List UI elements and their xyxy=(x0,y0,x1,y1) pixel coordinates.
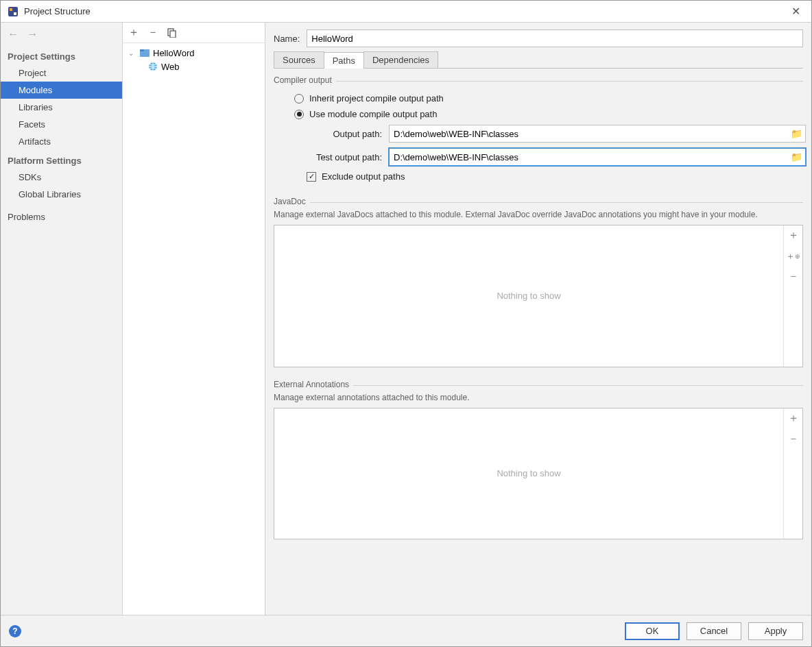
section-platform-settings: Platform Settings xyxy=(1,150,122,169)
annotations-desc: Manage external annotations attached to … xyxy=(274,391,803,406)
test-output-path-row: Test output path: 📁 xyxy=(274,145,803,169)
ok-button[interactable]: OK xyxy=(625,622,680,640)
svg-rect-2 xyxy=(14,12,16,15)
tab-paths[interactable]: Paths xyxy=(324,52,364,69)
javadoc-group: JavaDoc Manage external JavaDocs attache… xyxy=(274,199,803,367)
section-project-settings: Project Settings xyxy=(1,46,122,64)
tree-node-root[interactable]: ⌄ HelloWord xyxy=(123,46,265,60)
annotations-listbox: Nothing to show ＋ － xyxy=(274,408,803,539)
compiler-output-group: Compiler output Inherit project compile … xyxy=(274,78,803,184)
exclude-output-label: Exclude output paths xyxy=(322,171,405,182)
name-label: Name: xyxy=(274,34,300,44)
nav-arrows: ← → xyxy=(1,23,122,46)
tree-toolbar: ＋ － xyxy=(123,23,265,43)
checkbox-icon: ✓ xyxy=(307,172,316,182)
compiler-output-legend: Compiler output xyxy=(274,75,336,85)
annotations-side-buttons: ＋ － xyxy=(783,408,802,539)
svg-rect-6 xyxy=(140,49,144,51)
remove-icon[interactable]: － xyxy=(784,429,802,450)
radio-icon xyxy=(294,94,304,103)
sidebar-item-facets[interactable]: Facets xyxy=(1,116,122,133)
sidebar-item-project[interactable]: Project xyxy=(1,64,122,82)
tabs: Sources Paths Dependencies xyxy=(274,51,803,69)
test-output-path-input[interactable] xyxy=(389,148,806,166)
javadoc-desc: Manage external JavaDocs attached to thi… xyxy=(274,208,803,223)
sidebar-item-libraries[interactable]: Libraries xyxy=(1,99,122,116)
tab-sources[interactable]: Sources xyxy=(274,51,324,68)
sidebar-item-artifacts[interactable]: Artifacts xyxy=(1,133,122,150)
sidebar: ← → Project Settings Project Modules Lib… xyxy=(1,23,123,615)
titlebar: Project Structure ✕ xyxy=(1,1,811,23)
cancel-button[interactable]: Cancel xyxy=(686,622,741,640)
sidebar-item-modules[interactable]: Modules xyxy=(1,82,122,99)
annotations-empty: Nothing to show xyxy=(274,408,783,539)
tree-node-web[interactable]: Web xyxy=(123,60,265,73)
window-title: Project Structure xyxy=(24,6,787,16)
javadoc-empty: Nothing to show xyxy=(274,225,783,367)
annotations-legend: External Annotations xyxy=(274,380,353,389)
svg-rect-1 xyxy=(10,8,12,11)
remove-icon[interactable]: － xyxy=(147,25,158,40)
back-icon[interactable]: ← xyxy=(8,28,19,40)
svg-rect-4 xyxy=(170,31,176,38)
module-icon xyxy=(139,47,150,58)
editor-panel: Name: Sources Paths Dependencies Compile… xyxy=(265,23,811,615)
radio-icon-selected xyxy=(294,110,304,119)
tab-dependencies[interactable]: Dependencies xyxy=(363,51,438,68)
test-output-path-label: Test output path: xyxy=(294,152,382,162)
copy-icon[interactable] xyxy=(167,28,176,38)
help-icon[interactable]: ? xyxy=(9,625,21,637)
name-input[interactable] xyxy=(307,29,803,47)
module-tree: ⌄ HelloWord Web xyxy=(123,43,265,76)
app-icon xyxy=(8,6,19,17)
sidebar-item-global-libraries[interactable]: Global Libraries xyxy=(1,186,122,203)
module-tree-panel: ＋ － ⌄ HelloWord Web xyxy=(123,23,265,615)
sidebar-item-problems[interactable]: Problems xyxy=(1,208,122,225)
close-icon[interactable]: ✕ xyxy=(787,5,804,18)
output-path-row: Output path: 📁 xyxy=(274,122,803,145)
sidebar-item-sdks[interactable]: SDKs xyxy=(1,169,122,186)
radio-inherit-label: Inherit project compile output path xyxy=(309,93,444,103)
content-area: ← → Project Settings Project Modules Lib… xyxy=(1,23,811,615)
javadoc-side-buttons: ＋ ＋⊕ － xyxy=(783,225,802,367)
footer: ? OK Cancel Apply xyxy=(1,615,811,646)
annotations-group: External Annotations Manage external ann… xyxy=(274,382,803,539)
tree-node-root-label: HelloWord xyxy=(153,48,194,58)
radio-usemodule[interactable]: Use module compile output path xyxy=(274,106,803,122)
add-url-icon[interactable]: ＋⊕ xyxy=(784,246,802,267)
tree-node-web-label: Web xyxy=(161,62,180,72)
javadoc-listbox: Nothing to show ＋ ＋⊕ － xyxy=(274,225,803,367)
forward-icon[interactable]: → xyxy=(27,28,38,40)
add-icon[interactable]: ＋ xyxy=(784,225,802,246)
name-row: Name: xyxy=(274,29,803,47)
exclude-output-row[interactable]: ✓ Exclude output paths xyxy=(274,169,803,184)
javadoc-legend: JavaDoc xyxy=(274,197,310,206)
output-path-input[interactable] xyxy=(389,125,806,143)
add-icon[interactable]: ＋ xyxy=(128,25,139,40)
radio-inherit[interactable]: Inherit project compile output path xyxy=(274,90,803,106)
remove-icon[interactable]: － xyxy=(784,267,802,287)
chevron-down-icon[interactable]: ⌄ xyxy=(128,49,136,57)
output-path-label: Output path: xyxy=(294,129,382,139)
apply-button[interactable]: Apply xyxy=(748,622,803,640)
radio-usemodule-label: Use module compile output path xyxy=(309,109,437,119)
add-icon[interactable]: ＋ xyxy=(784,408,802,429)
web-icon xyxy=(147,61,158,72)
